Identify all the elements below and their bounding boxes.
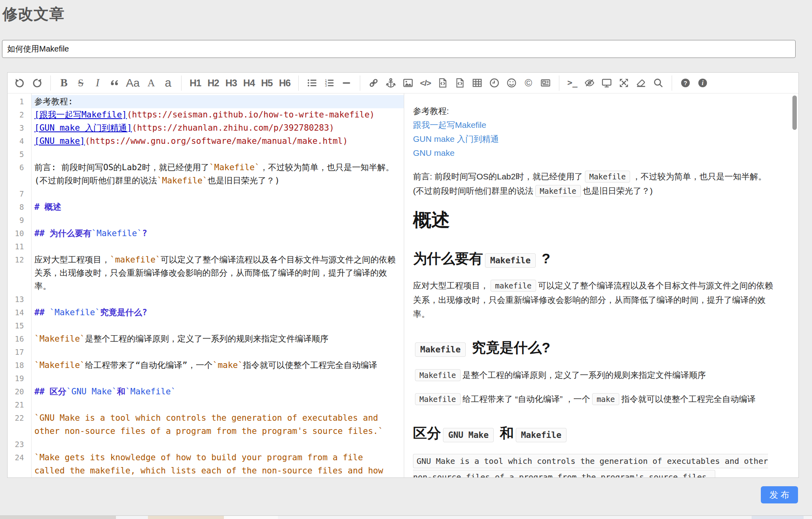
svg-text:3: 3 — [325, 84, 327, 87]
html-entities-icon: © — [525, 78, 532, 88]
inline-code-chip: make — [592, 393, 619, 405]
redo-button[interactable] — [30, 75, 44, 91]
markdown-token-text: 前言: 前段时间写OS的Lab2时，就已经使用了 — [34, 163, 209, 172]
preview-paragraph: 参考教程:跟我一起写MakefileGUN make 入门到精通GNU make — [413, 104, 778, 160]
h3-icon: H3 — [225, 78, 237, 88]
list-ol-icon: 123 — [324, 78, 335, 88]
editor-line: 15 — [8, 319, 404, 332]
link-button[interactable] — [366, 75, 381, 91]
h2-button[interactable]: H2 — [205, 75, 221, 91]
markdown-preview-pane[interactable]: 参考教程:跟我一起写MakefileGUN make 入门到精通GNU make… — [404, 93, 798, 477]
datetime-button[interactable] — [487, 75, 502, 91]
line-number: 14 — [8, 306, 31, 319]
pagebreak-button[interactable] — [538, 75, 553, 91]
editor-line: 12应对大型工程项目，`makefile`可以定义了整个编译流程以及各个目标文件… — [8, 253, 404, 293]
help-button[interactable]: ? — [678, 75, 693, 91]
lowercase-button[interactable]: a — [161, 75, 175, 91]
uppercase-icon: A — [148, 78, 155, 88]
html-entities-button[interactable]: © — [521, 75, 536, 91]
image-button[interactable] — [401, 75, 415, 91]
markdown-token-code: `make` — [213, 360, 243, 370]
redo-icon — [32, 78, 42, 88]
markdown-token-code: `GNU Make is a tool which controls the g… — [34, 413, 383, 436]
preview-paragraph: 应对大型工程项目，makefile可以定义了整个编译流程以及各个目标文件与源文件… — [413, 278, 778, 321]
markdown-token-text: 应对大型工程项目， — [34, 255, 110, 264]
editor-line: 13 — [8, 293, 404, 306]
preview-scrollbar-thumb[interactable] — [792, 95, 797, 130]
watch-button[interactable] — [582, 75, 597, 91]
line-number: 8 — [8, 201, 31, 214]
markdown-token-link: [GNU make] — [34, 136, 85, 146]
h1-button[interactable]: H1 — [188, 75, 203, 91]
uppercase-button[interactable]: A — [144, 75, 158, 91]
publish-button[interactable]: 发 布 — [761, 486, 798, 503]
line-number: 11 — [8, 240, 31, 253]
list-ol-button[interactable]: 123 — [322, 75, 337, 91]
h4-button[interactable]: H4 — [241, 75, 257, 91]
ucwords-icon: Aa — [126, 78, 140, 89]
line-number: 15 — [8, 319, 31, 332]
line-content: [跟我一起写Makefile](https://seisman.github.i… — [31, 108, 404, 121]
editor-line: 17 — [8, 346, 404, 359]
image-icon — [403, 78, 413, 88]
editor-line: 6前言: 前段时间写OS的Lab2时，就已经使用了`Makefile`，不过较为… — [8, 161, 404, 187]
goto-line-button[interactable]: >_ — [565, 75, 580, 91]
preview-link[interactable]: GUN make 入门到精通 — [413, 134, 499, 143]
preview-link[interactable]: GNU make — [413, 148, 455, 157]
inline-code-chip: GNU Make — [443, 428, 494, 442]
preview-button[interactable] — [599, 75, 614, 91]
preview-text: 为什么要有 — [413, 251, 483, 266]
article-title-input[interactable] — [2, 40, 796, 58]
h6-button[interactable]: H6 — [277, 75, 293, 91]
inline-code-chip: Makefile — [485, 253, 536, 268]
line-content: ## `Makefile`究竟是什么? — [31, 306, 404, 319]
fullscreen-button[interactable] — [616, 75, 631, 91]
markdown-token-hcode: `Makefile` — [125, 387, 176, 396]
help-icon: ? — [680, 78, 691, 88]
table-button[interactable] — [470, 75, 485, 91]
anchor-button[interactable] — [383, 75, 398, 91]
preview-text: 和 — [496, 425, 514, 441]
preview-text: 究竟是什么? — [468, 340, 550, 355]
markdown-token-code: `Makefile` — [34, 334, 85, 344]
del-button[interactable]: S — [74, 75, 88, 91]
markdown-editor: BSIAaAaH1H2H3H4H5H6123</>©>_?i 1参考教程:2[跟… — [7, 72, 799, 478]
code-button[interactable]: </> — [418, 75, 433, 91]
undo-button[interactable] — [12, 75, 27, 91]
undo-icon — [14, 78, 25, 88]
markdown-source-pane[interactable]: 1参考教程:2[跟我一起写Makefile](https://seisman.g… — [8, 93, 404, 477]
italic-button[interactable]: I — [90, 75, 105, 91]
h5-button[interactable]: H5 — [259, 75, 275, 91]
preformatted-text-button[interactable] — [435, 75, 450, 91]
markdown-token-text: 是整个工程的编译原则，定义了一系列的规则来指定文件编译顺序 — [85, 334, 328, 344]
markdown-token-code: `Makefile` — [157, 176, 207, 185]
preview-link[interactable]: 跟我一起写Makefile — [413, 120, 486, 129]
line-number: 16 — [8, 332, 31, 346]
toolbar-separator — [298, 76, 299, 91]
h2-icon: H2 — [207, 78, 219, 88]
ucwords-button[interactable]: Aa — [124, 75, 142, 91]
line-content: ## 区分`GNU Make`和`Makefile` — [31, 385, 404, 398]
h3-button[interactable]: H3 — [223, 75, 239, 91]
line-number: 23 — [8, 438, 31, 451]
editor-line: 8# 概述 — [8, 201, 404, 214]
markdown-token-text: 给工程带来了“自动化编译”，一个 — [85, 360, 212, 370]
bold-button[interactable]: B — [57, 75, 71, 91]
line-number: 9 — [8, 214, 31, 227]
hr-button[interactable] — [339, 75, 354, 91]
preview-text: 参考教程: — [413, 106, 449, 115]
line-content: `Make gets its knowledge of how to build… — [31, 451, 404, 477]
list-ul-button[interactable] — [305, 75, 319, 91]
search-button[interactable] — [651, 75, 666, 91]
emoji-button[interactable] — [504, 75, 519, 91]
code-block-button[interactable] — [453, 75, 467, 91]
preview-paragraph: Makefile给工程带来了 “自动化编译” ，一个make指令就可以使整个工程… — [413, 392, 778, 406]
preview-paragraph: 前言: 前段时间写OS的Lab2时，就已经使用了Makefile，不过较为简单，… — [413, 169, 778, 198]
line-number: 17 — [8, 346, 31, 359]
quote-button[interactable] — [107, 75, 122, 91]
info-button[interactable]: i — [695, 75, 710, 91]
clear-button[interactable] — [634, 75, 648, 91]
watch-icon — [584, 78, 595, 88]
preview-h1: 概述 — [413, 209, 778, 232]
bottom-strip-segment — [752, 516, 804, 519]
